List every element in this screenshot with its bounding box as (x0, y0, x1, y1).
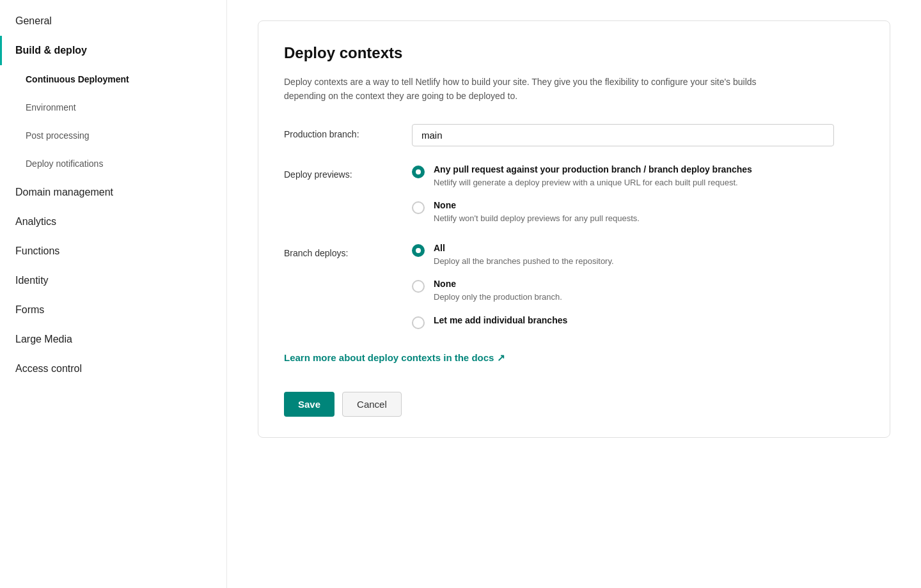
page-title: Deploy contexts (284, 44, 864, 62)
radio-none-preview-title: None (434, 200, 640, 210)
sidebar-item-deploy-notifications[interactable]: Deploy notifications (0, 150, 226, 178)
radio-individual[interactable] (412, 316, 425, 329)
radio-none-branch-title: None (434, 279, 562, 289)
branch-deploys-option-individual[interactable]: Let me add individual branches (412, 315, 864, 329)
sidebar-item-analytics[interactable]: Analytics (0, 207, 226, 236)
sidebar-item-continuous-deployment[interactable]: Continuous Deployment (0, 65, 226, 93)
radio-any-pr-title: Any pull request against your production… (434, 164, 752, 174)
radio-none-preview[interactable] (412, 201, 425, 214)
sidebar-item-post-processing[interactable]: Post processing (0, 121, 226, 150)
radio-none-branch[interactable] (412, 280, 425, 293)
deploy-previews-options: Any pull request against your production… (412, 164, 864, 225)
radio-all[interactable] (412, 244, 425, 257)
settings-card: Deploy contexts Deploy contexts are a wa… (258, 20, 890, 438)
sidebar-item-build-deploy[interactable]: Build & deploy (0, 36, 226, 65)
app-layout: General Build & deploy Continuous Deploy… (0, 0, 921, 588)
sidebar-item-general[interactable]: General (0, 6, 226, 36)
cancel-button[interactable]: Cancel (342, 392, 402, 417)
branch-deploys-options: All Deploy all the branches pushed to th… (412, 243, 864, 329)
form-actions: Save Cancel (284, 392, 864, 417)
save-button[interactable]: Save (284, 392, 335, 417)
radio-individual-title: Let me add individual branches (434, 315, 567, 325)
sidebar-item-identity[interactable]: Identity (0, 266, 226, 295)
production-branch-row: Production branch: (284, 124, 864, 146)
deploy-previews-option-none[interactable]: None Netlify won't build deploy previews… (412, 200, 864, 225)
radio-none-preview-desc: Netlify won't build deploy previews for … (434, 212, 640, 225)
sidebar-item-functions[interactable]: Functions (0, 236, 226, 266)
sidebar-item-domain-management[interactable]: Domain management (0, 178, 226, 207)
radio-any-pr[interactable] (412, 166, 425, 178)
sidebar-item-environment[interactable]: Environment (0, 93, 226, 121)
radio-all-title: All (434, 243, 614, 253)
sidebar-item-large-media[interactable]: Large Media (0, 325, 226, 354)
deploy-previews-row: Deploy previews: Any pull request agains… (284, 164, 864, 225)
radio-none-branch-desc: Deploy only the production branch. (434, 291, 562, 304)
production-branch-input[interactable] (412, 124, 834, 146)
branch-deploys-row: Branch deploys: All Deploy all the branc… (284, 243, 864, 329)
deploy-previews-option-any-pr[interactable]: Any pull request against your production… (412, 164, 864, 189)
branch-deploys-option-all[interactable]: All Deploy all the branches pushed to th… (412, 243, 864, 268)
radio-any-pr-desc: Netlify will generate a deploy preview w… (434, 176, 752, 189)
sidebar-item-access-control[interactable]: Access control (0, 354, 226, 383)
page-description: Deploy contexts are a way to tell Netlif… (284, 75, 783, 104)
sidebar-item-forms[interactable]: Forms (0, 295, 226, 325)
radio-all-desc: Deploy all the branches pushed to the re… (434, 255, 614, 268)
production-branch-label: Production branch: (284, 124, 412, 139)
docs-link[interactable]: Learn more about deploy contexts in the … (284, 352, 505, 364)
production-branch-control (412, 124, 864, 146)
deploy-previews-label: Deploy previews: (284, 164, 412, 180)
branch-deploys-label: Branch deploys: (284, 243, 412, 258)
main-content: Deploy contexts Deploy contexts are a wa… (227, 0, 921, 588)
branch-deploys-option-none[interactable]: None Deploy only the production branch. (412, 279, 864, 304)
sidebar: General Build & deploy Continuous Deploy… (0, 0, 227, 588)
